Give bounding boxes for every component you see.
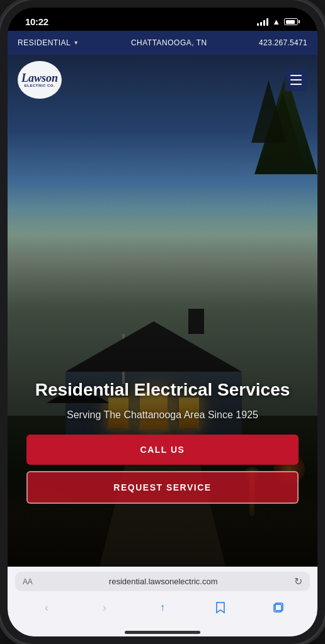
website: RESIDENTIAL ▼ CHATTANOOGA, TN 423.267.54… <box>8 31 317 636</box>
logo-bar: Lawson ELECTRIC CO. <box>8 55 317 105</box>
back-button[interactable]: ‹ <box>34 597 59 618</box>
address-bar[interactable]: AA residential.lawsonelectric.com ↻ <box>15 572 310 591</box>
hero-title: Residential Electrical Services <box>26 379 299 401</box>
logo[interactable]: Lawson ELECTRIC CO. <box>18 61 62 99</box>
top-nav-bar: RESIDENTIAL ▼ CHATTANOOGA, TN 423.267.54… <box>8 31 317 55</box>
screen: 10:22 ▲ RESIDENTIAL <box>8 8 317 636</box>
status-icons: ▲ <box>257 17 300 26</box>
tabs-button[interactable] <box>266 597 291 618</box>
hamburger-line-3 <box>290 84 302 85</box>
dynamic-island <box>134 9 191 25</box>
phone-frame: 10:22 ▲ RESIDENTIAL <box>0 0 325 644</box>
status-bar: 10:22 ▲ <box>8 8 317 31</box>
logo-container: Lawson ELECTRIC CO. <box>18 61 62 99</box>
hero-section: Lawson ELECTRIC CO. Residential Electric… <box>8 55 317 567</box>
hero-content: Residential Electrical Services Serving … <box>8 379 317 504</box>
hamburger-line-1 <box>290 75 302 76</box>
browser-chrome: AA residential.lawsonelectric.com ↻ ‹ › … <box>8 567 317 636</box>
home-indicator <box>8 624 317 636</box>
nav-phone[interactable]: 423.267.5471 <box>259 38 307 47</box>
bookmarks-button[interactable] <box>208 597 233 618</box>
nav-residential[interactable]: RESIDENTIAL ▼ <box>18 38 79 47</box>
home-bar <box>125 631 200 634</box>
status-time: 10:22 <box>25 16 48 27</box>
share-button[interactable]: ↑ <box>150 597 175 618</box>
nav-location: CHATTANOOGA, TN <box>131 38 207 47</box>
hamburger-menu[interactable] <box>285 69 307 91</box>
font-size-label[interactable]: AA <box>23 577 32 586</box>
forward-button[interactable]: › <box>92 597 117 618</box>
browser-toolbar: ‹ › ↑ <box>8 595 317 624</box>
battery-icon <box>284 18 300 25</box>
request-service-button[interactable]: REQUEST SERVICE <box>26 471 299 504</box>
logo-brand: Lawson <box>21 72 58 84</box>
wifi-icon: ▲ <box>272 17 280 26</box>
reload-icon[interactable]: ↻ <box>294 575 302 587</box>
signal-icon <box>257 18 268 26</box>
chevron-down-icon: ▼ <box>73 40 79 46</box>
hamburger-line-2 <box>290 79 302 80</box>
hero-subtitle: Serving The Chattanooga Area Since 1925 <box>26 408 299 422</box>
residential-label: RESIDENTIAL <box>18 38 71 47</box>
logo-sub: ELECTRIC CO. <box>25 84 55 87</box>
url-display[interactable]: residential.lawsonelectric.com <box>37 577 289 586</box>
call-us-button[interactable]: CALL US <box>26 435 299 465</box>
